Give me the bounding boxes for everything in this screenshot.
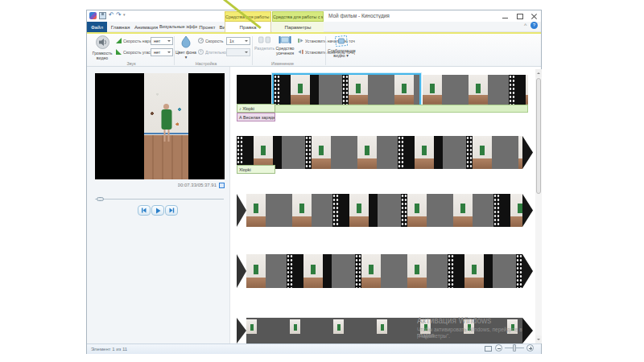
stabilization-label: Стабилизация видео ▾ xyxy=(328,48,354,58)
title-bar: ↶ ↷ ▾ Средства для работы с видео Средст… xyxy=(87,10,541,22)
tab-edit[interactable]: Правка xyxy=(225,22,271,32)
split-button: Разделить xyxy=(254,35,274,51)
playback-timestamp: 00:07.33/05:37.91 xyxy=(178,183,217,187)
set-end-icon xyxy=(298,49,303,55)
speed-icon xyxy=(198,38,204,43)
app-icon[interactable] xyxy=(89,12,97,19)
video-volume-button[interactable]: Громкость видео xyxy=(90,35,114,60)
stabilization-icon xyxy=(335,35,348,47)
paint-drop-icon xyxy=(180,35,192,48)
duration-label: Длительность xyxy=(205,50,228,55)
play-button[interactable] xyxy=(151,205,164,216)
split-icon xyxy=(258,35,270,44)
item-count-label: Элемент 1 из 11 xyxy=(91,347,127,352)
save-icon[interactable] xyxy=(99,12,106,19)
redo-icon[interactable]: ↷ xyxy=(116,11,122,19)
previous-frame-icon xyxy=(141,208,147,213)
fade-in-dropdown[interactable]: нет xyxy=(151,37,173,45)
video-volume-label: Громкость видео xyxy=(90,51,114,60)
set-start-icon xyxy=(298,38,303,43)
seek-thumb[interactable] xyxy=(97,197,104,201)
background-color-label: Цвет фона ▾ xyxy=(175,50,196,60)
trim-tool-button[interactable]: Средство усечения xyxy=(275,35,295,56)
scrollbar-thumb[interactable] xyxy=(536,78,541,194)
tab-file[interactable]: Файл xyxy=(87,22,107,32)
edit-group-label: Изменение xyxy=(262,61,303,66)
music-track-label[interactable]: ♪ Xlopki xyxy=(237,104,275,113)
timeline-panel: ♪ Xlopki А Веселая зарядка Xlopki Актива… xyxy=(230,67,535,343)
video-frame xyxy=(144,73,188,179)
zoom-in-button[interactable] xyxy=(526,344,534,352)
clip-continued-arrow-icon xyxy=(237,318,246,343)
group-separator xyxy=(174,36,175,65)
sound-group-label: Звук xyxy=(111,61,151,66)
fade-out-dropdown[interactable]: нет xyxy=(151,48,173,56)
close-button[interactable] xyxy=(529,12,539,21)
next-frame-button[interactable] xyxy=(165,205,178,216)
fit-icon xyxy=(485,346,492,352)
duration-icon xyxy=(198,49,204,55)
speed-label: Скорость xyxy=(205,39,226,43)
minimize-button[interactable] xyxy=(500,12,510,21)
video-preview[interactable] xyxy=(95,73,225,179)
tab-options[interactable]: Параметры xyxy=(272,22,324,32)
next-frame-icon xyxy=(168,208,175,213)
collapse-ribbon-icon[interactable]: ^ xyxy=(524,23,526,28)
tab-animation[interactable]: Анимация xyxy=(133,22,159,32)
film-strip[interactable] xyxy=(246,194,522,227)
fade-in-icon xyxy=(116,38,122,43)
scroll-up-button[interactable] xyxy=(535,69,542,77)
clip-continued-arrow-icon xyxy=(237,194,246,227)
group-separator xyxy=(252,36,253,65)
speed-dropdown[interactable]: 1x xyxy=(226,37,250,45)
clip-continues-arrow-icon xyxy=(522,254,533,288)
fit-to-window-button[interactable] xyxy=(485,346,492,352)
zoom-slider-thumb[interactable] xyxy=(513,344,516,352)
tab-visual-effects[interactable]: Визуальные эффекты xyxy=(159,22,197,32)
window-title: Мой фильм - Киностудия xyxy=(328,13,390,19)
group-separator xyxy=(325,36,326,65)
qat-more-icon[interactable]: ▾ xyxy=(123,11,126,19)
duration-dropdown xyxy=(226,48,250,56)
tab-home[interactable]: Главная xyxy=(108,22,133,32)
speaker-icon xyxy=(96,35,109,49)
caption-track-label[interactable]: А Веселая зарядка xyxy=(237,113,275,121)
preview-panel: 00:07.33/05:37.91 xyxy=(87,67,229,343)
vertical-scrollbar[interactable] xyxy=(535,69,542,343)
status-bar: Элемент 1 из 11 xyxy=(87,343,541,354)
help-icon[interactable]: ? xyxy=(530,22,538,29)
zoom-out-button[interactable] xyxy=(495,344,502,352)
fade-out-icon xyxy=(116,49,122,55)
ribbon: Громкость видео Скорость нарастания нет … xyxy=(87,32,541,67)
playback-controls xyxy=(138,205,178,216)
clip-continues-arrow-icon xyxy=(522,136,533,169)
film-strip[interactable] xyxy=(246,254,522,288)
split-label: Разделить xyxy=(254,46,274,51)
ribbon-tab-row: Файл Главная Анимация Визуальные эффекты… xyxy=(87,22,541,32)
undo-icon[interactable]: ↶ xyxy=(109,11,114,19)
previous-frame-button[interactable] xyxy=(138,205,151,216)
scroll-down-button[interactable] xyxy=(535,335,542,343)
seek-slider[interactable] xyxy=(95,197,224,201)
fullscreen-preview-icon[interactable] xyxy=(219,183,225,188)
seek-track[interactable] xyxy=(95,199,224,200)
film-strip[interactable] xyxy=(237,136,522,169)
film-strip-selected[interactable] xyxy=(274,75,419,105)
activation-watermark-line2: "Параметры". xyxy=(417,333,450,339)
settings-group-label: Настройка xyxy=(186,61,226,66)
black-intro-clip[interactable] xyxy=(237,75,274,105)
contextual-header-music-tools[interactable]: Средства для работы с музыкой xyxy=(272,11,324,22)
clip-continues-arrow-icon xyxy=(522,194,533,227)
maximize-button[interactable] xyxy=(514,12,525,21)
trim-tool-label: Средство усечения xyxy=(275,46,295,56)
clip-continued-arrow-icon xyxy=(237,254,246,288)
background-color-button[interactable]: Цвет фона ▾ xyxy=(175,35,196,60)
music-track-label[interactable]: Xlopki xyxy=(237,165,275,174)
stabilization-button[interactable]: Стабилизация видео ▾ xyxy=(328,35,354,58)
activation-watermark-title: Активация Windows xyxy=(417,316,491,325)
tab-project[interactable]: Проект xyxy=(197,22,217,32)
music-track-bar[interactable] xyxy=(237,105,528,113)
film-strip[interactable] xyxy=(423,75,528,105)
arrow-up-icon xyxy=(537,71,540,74)
trim-icon xyxy=(279,35,291,44)
